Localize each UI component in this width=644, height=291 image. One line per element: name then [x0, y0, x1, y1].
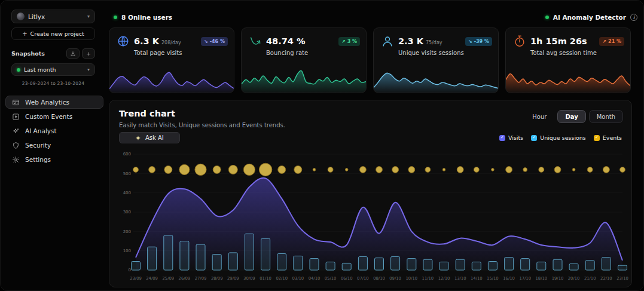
sparkline-chart	[242, 65, 366, 93]
stat-card-total-page-visits: 6.3 K 208/day ↘-46 % Total page visits	[109, 27, 234, 93]
sidebar: Litlyx ▾ + Create new project Snapshots …	[1, 1, 108, 290]
svg-text:29/09: 29/09	[227, 276, 239, 281]
ask-ai-label: Ask AI	[145, 134, 164, 141]
trend-badge-value: 21 %	[608, 39, 621, 44]
svg-text:25/09: 25/09	[163, 276, 175, 281]
svg-text:24/09: 24/09	[146, 276, 158, 281]
trend-chart[interactable]: 010020030040050060023/0924/0925/0926/092…	[114, 149, 628, 284]
sidebar-item-custom-events[interactable]: Custom Events	[5, 110, 103, 123]
trend-badge: ↗3 %	[338, 37, 360, 46]
stat-per-day: 75/day	[426, 40, 442, 45]
trend-chart-area: 010020030040050060023/0924/0925/0926/092…	[114, 149, 628, 284]
trend-badge-value: -39 %	[474, 39, 489, 44]
online-users: 8 Online users	[114, 14, 172, 21]
svg-text:12/10: 12/10	[438, 276, 450, 281]
snapshots-row: Snapshots +	[11, 48, 95, 59]
tab-month[interactable]: Month	[589, 110, 623, 123]
create-project-button[interactable]: + Create new project	[11, 27, 95, 40]
stat-label: Unique visits sessions	[398, 50, 498, 56]
stat-label: Bouncing rate	[266, 50, 366, 56]
stat-label: Total page visits	[134, 50, 234, 56]
sparkle-icon	[135, 135, 141, 141]
svg-text:10/10: 10/10	[406, 276, 418, 281]
svg-text:03/10: 03/10	[292, 276, 304, 281]
svg-text:28/09: 28/09	[211, 276, 223, 281]
svg-text:300: 300	[123, 210, 131, 215]
online-users-label: 8 Online users	[121, 14, 172, 21]
app-root: Litlyx ▾ + Create new project Snapshots …	[0, 0, 644, 291]
svg-text:05/10: 05/10	[325, 276, 337, 281]
stat-value: 2.3 K	[398, 36, 423, 46]
ai-anomaly-detector: AI Anomaly Detector i	[545, 14, 637, 21]
sidebar-item-label: AI Analyst	[25, 127, 57, 134]
svg-text:30/09: 30/09	[243, 276, 255, 281]
svg-text:18/10: 18/10	[536, 276, 548, 281]
svg-text:19/10: 19/10	[552, 276, 564, 281]
status-dot-icon	[17, 68, 20, 72]
stat-cards: 6.3 K 208/day ↘-46 % Total page visits 4…	[109, 27, 631, 93]
sidebar-item-web-analytics[interactable]: Web Analytics	[5, 96, 103, 109]
tab-hour[interactable]: Hour	[524, 110, 554, 123]
svg-text:15/10: 15/10	[487, 276, 499, 281]
snapshot-buttons: +	[66, 48, 95, 59]
svg-text:0: 0	[129, 268, 131, 272]
svg-text:11/10: 11/10	[422, 276, 434, 281]
gear-icon	[12, 156, 20, 164]
legend-item-unique-sessions[interactable]: ✓ Unique sessions	[531, 134, 586, 141]
bounce-icon	[249, 35, 262, 48]
svg-text:600: 600	[123, 152, 131, 157]
sidebar-item-settings[interactable]: Settings	[5, 153, 103, 166]
stat-card-bouncing-rate: 48.74 % ↗3 % Bouncing rate	[241, 27, 367, 93]
checkbox-checked-icon: ✓	[531, 135, 537, 141]
svg-text:22/10: 22/10	[600, 276, 612, 281]
checkbox-checked-icon: ✓	[499, 135, 505, 141]
svg-text:21/10: 21/10	[584, 276, 596, 281]
svg-text:400: 400	[123, 191, 131, 195]
legend-item-visits[interactable]: ✓ Visits	[499, 134, 523, 141]
svg-text:23/10: 23/10	[616, 276, 628, 281]
trend-badge: ↘-39 %	[465, 37, 492, 46]
stat-value: 48.74 %	[266, 36, 305, 46]
sidebar-top: Litlyx ▾ + Create new project Snapshots …	[1, 1, 108, 86]
svg-text:20/10: 20/10	[568, 276, 580, 281]
export-snapshot-button[interactable]	[66, 48, 80, 59]
add-snapshot-button[interactable]: +	[82, 48, 95, 59]
time-range-tabs: Hour Day Month	[524, 110, 623, 123]
project-logo-icon	[17, 13, 25, 20]
chevron-down-icon: ▾	[87, 68, 90, 72]
snapshot-range-value: Last month	[24, 66, 56, 73]
svg-text:16/10: 16/10	[503, 276, 515, 281]
chevron-down-icon: ▾	[87, 14, 90, 19]
legend-item-events[interactable]: ✓ Events	[594, 134, 622, 141]
ask-ai-button[interactable]: Ask AI	[119, 132, 180, 143]
sidebar-item-label: Web Analytics	[25, 99, 69, 106]
trend-up-icon: ↗	[341, 39, 346, 44]
sidebar-item-label: Custom Events	[25, 113, 72, 120]
trend-up-icon: ↗	[602, 39, 606, 44]
project-name: Litlyx	[28, 13, 45, 20]
sidebar-item-label: Settings	[25, 156, 51, 163]
svg-text:500: 500	[123, 171, 131, 176]
trend-down-icon: ↘	[468, 39, 472, 44]
snapshot-date-range: 23-09-2024 to 23-10-2024	[11, 81, 95, 86]
sidebar-nav: Web Analytics Custom Events AI Analyst S…	[1, 96, 108, 166]
globe-icon	[117, 35, 130, 48]
snapshot-range-selector[interactable]: Last month ▾	[11, 63, 95, 76]
svg-text:26/09: 26/09	[179, 276, 191, 281]
sidebar-item-security[interactable]: Security	[5, 139, 103, 152]
tab-day[interactable]: Day	[557, 110, 585, 123]
ai-sparkles-icon	[12, 127, 20, 135]
info-icon[interactable]: i	[630, 14, 637, 21]
topbar: 8 Online users AI Anomaly Detector i	[114, 13, 637, 22]
svg-text:27/09: 27/09	[195, 276, 207, 281]
svg-text:09/10: 09/10	[389, 276, 401, 281]
stat-label: Total avg session time	[530, 50, 630, 56]
svg-text:02/10: 02/10	[276, 276, 288, 281]
sidebar-item-ai-analyst[interactable]: AI Analyst	[5, 124, 103, 137]
web-analytics-icon	[12, 99, 20, 106]
user-icon	[381, 35, 394, 48]
project-selector[interactable]: Litlyx ▾	[11, 10, 95, 23]
legend-label: Visits	[508, 134, 523, 141]
svg-text:07/10: 07/10	[357, 276, 369, 281]
online-status-dot-icon	[114, 16, 117, 19]
